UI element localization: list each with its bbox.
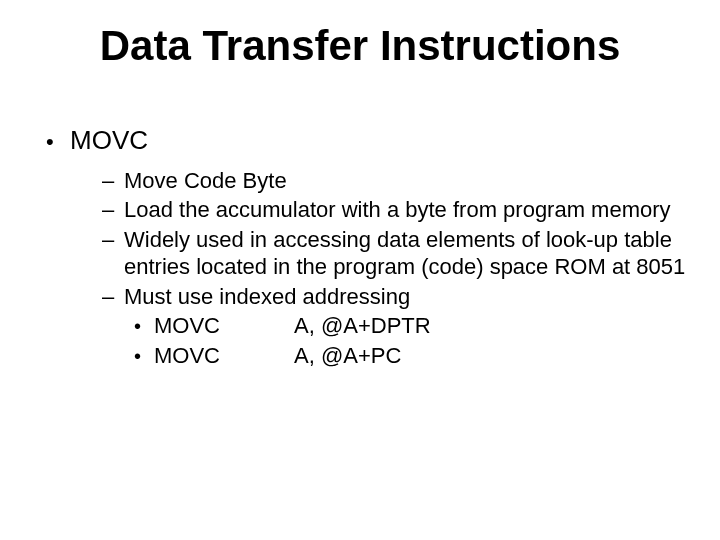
- list-item: – Move Code Byte: [102, 167, 692, 195]
- sub-text: Widely used in accessing data elements o…: [124, 226, 692, 281]
- cmd-args: A, @A+PC: [294, 343, 401, 368]
- bullet-lvl2: – Move Code Byte – Load the accumulator …: [46, 167, 692, 370]
- slide: Data Transfer Instructions • MOVC – Move…: [0, 0, 720, 540]
- list-item: • MOVC: [46, 124, 692, 157]
- slide-title: Data Transfer Instructions: [0, 22, 720, 70]
- sub-text: Move Code Byte: [124, 167, 287, 195]
- cmd-name: MOVC: [154, 312, 294, 340]
- list-item: • MOVCA, @A+DPTR: [134, 312, 692, 340]
- instruction-text: MOVCA, @A+DPTR: [154, 312, 431, 340]
- cmd-args: A, @A+DPTR: [294, 313, 431, 338]
- list-item: • MOVCA, @A+PC: [134, 342, 692, 370]
- bullet-dash-icon: –: [102, 167, 124, 195]
- bullet-dash-icon: –: [102, 283, 124, 311]
- list-item: – Load the accumulator with a byte from …: [102, 196, 692, 224]
- bullet-dot-icon: •: [134, 314, 154, 339]
- bullet-lvl3: • MOVCA, @A+DPTR • MOVCA, @A+PC: [102, 312, 692, 369]
- instruction-text: MOVCA, @A+PC: [154, 342, 401, 370]
- bullet-dot-icon: •: [134, 344, 154, 369]
- bullet-dash-icon: –: [102, 196, 124, 224]
- list-item: – Must use indexed addressing: [102, 283, 692, 311]
- cmd-name: MOVC: [154, 342, 294, 370]
- bullet-lvl1: • MOVC – Move Code Byte – Load the accum…: [28, 124, 692, 369]
- topic-label: MOVC: [70, 124, 148, 157]
- bullet-dot-icon: •: [46, 128, 70, 156]
- list-item: – Widely used in accessing data elements…: [102, 226, 692, 281]
- sub-text: Load the accumulator with a byte from pr…: [124, 196, 671, 224]
- bullet-dash-icon: –: [102, 226, 124, 254]
- content-area: • MOVC – Move Code Byte – Load the accum…: [28, 124, 692, 375]
- sub-text: Must use indexed addressing: [124, 283, 410, 311]
